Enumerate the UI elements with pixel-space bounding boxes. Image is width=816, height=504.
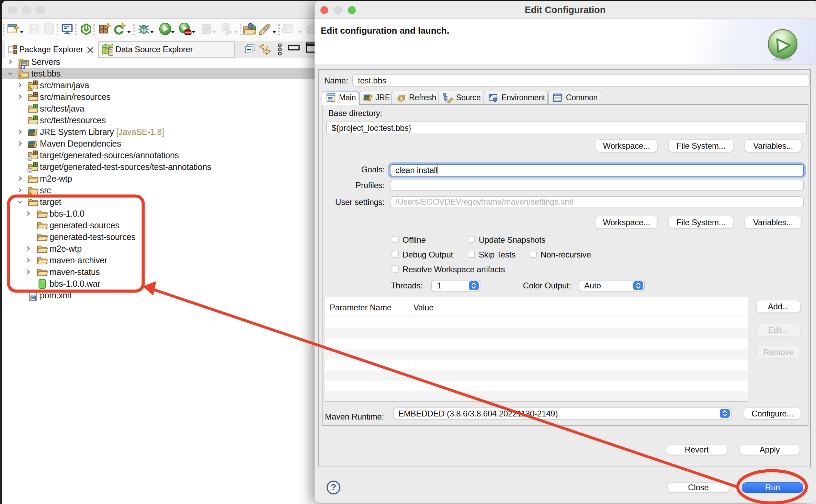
svg-text:?: ? (331, 482, 336, 492)
